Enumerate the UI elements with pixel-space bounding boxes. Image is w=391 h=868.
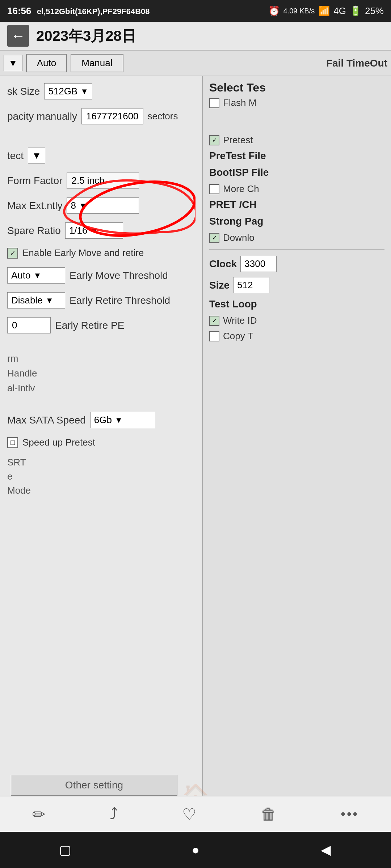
early-move-threshold-dropdown[interactable]: Auto ▼ <box>7 267 65 284</box>
pretest-checkbox[interactable]: ✓ <box>209 135 219 145</box>
flash-m-label: Flash M <box>223 97 256 109</box>
more-options-icon[interactable]: ••• <box>341 807 359 822</box>
write-id-checkbox[interactable]: ✓ <box>209 316 219 326</box>
network-icon: 📶 <box>318 5 330 17</box>
flash-m-checkbox[interactable] <box>209 98 219 108</box>
more-ch-label: More Ch <box>223 183 259 195</box>
recent-apps-button[interactable]: ▢ <box>54 839 76 861</box>
download-label: Downlo <box>223 232 255 243</box>
max-sata-speed-row: Max SATA Speed 6Gb ▼ <box>7 412 195 428</box>
max-ext-row: Max Ext.ntly 8 ▼ <box>7 197 195 214</box>
back-system-button[interactable]: ◀ <box>315 839 337 861</box>
fail-timeout-label: Fail TimeOut <box>326 58 387 69</box>
max-ext-dropdown[interactable]: 8 ▼ <box>67 197 139 214</box>
alarm-icon: ⏰ <box>268 5 280 17</box>
speed-up-pretest-label: Speed up Pretest <box>22 437 95 448</box>
disk-size-value: 512GB <box>48 86 77 97</box>
write-id-row: ✓ Write ID <box>209 315 384 326</box>
disk-size-row: sk Size 512GB ▼ <box>7 83 195 99</box>
detect-dropdown-arrow-icon: ▼ <box>32 150 41 161</box>
capacity-row: pacity manually 1677721600 sectors <box>7 108 195 124</box>
status-time: 16:56 <box>7 5 31 16</box>
early-retire-pe-row: 0 Early Retire PE <box>7 317 195 333</box>
rm-label: rm <box>7 353 195 364</box>
al-intlv-label: al-Intlv <box>7 383 195 394</box>
size-input[interactable]: 512 <box>233 277 269 293</box>
system-nav-bar: ▢ ● ◀ <box>0 832 391 868</box>
max-sata-speed-arrow-icon: ▼ <box>115 416 123 425</box>
other-setting-area: Other setting <box>11 775 177 796</box>
max-ext-label: Max Ext.ntly <box>7 200 62 212</box>
form-factor-label: Form Factor <box>7 175 62 187</box>
early-retire-pe-label: Early Retire PE <box>55 320 124 331</box>
enable-early-move-row: ✓ Enable Early Move and retire <box>7 247 195 259</box>
early-retire-threshold-arrow-icon: ▼ <box>46 296 54 305</box>
detect-label: tect <box>7 150 24 162</box>
spare-ratio-dropdown[interactable]: 1/16 ▼ <box>65 222 123 239</box>
home-button[interactable]: ● <box>185 839 206 861</box>
delete-icon[interactable]: 🗑 <box>261 805 277 823</box>
status-icons: ⏰ 4.09 KB/s 📶 4G 🔋 25% <box>268 5 384 17</box>
pret-ch-row: PRET /CH <box>209 199 384 210</box>
status-battery: 25% <box>365 5 384 17</box>
max-ext-arrow-icon: ▼ <box>79 201 87 210</box>
size-label: Size <box>209 280 230 291</box>
early-retire-threshold-row: Disable ▼ Early Retire Threshold <box>7 292 195 309</box>
early-retire-pe-input[interactable]: 0 <box>7 317 51 333</box>
mode-dropdown[interactable]: ▼ <box>4 55 22 71</box>
mode-label: Mode <box>7 485 195 496</box>
early-move-threshold-arrow-icon: ▼ <box>34 271 42 280</box>
select-test-title: Select Tes <box>209 81 384 94</box>
capacity-input[interactable]: 1677721600 <box>81 108 143 124</box>
pret-ch-label: PRET /CH <box>209 199 257 210</box>
page-title: 2023年3月28日 <box>36 26 136 46</box>
early-retire-threshold-dropdown[interactable]: Disable ▼ <box>7 292 65 309</box>
status-bar: 16:56 el,512Gbit(16KP),PF29F64B08 ⏰ 4.09… <box>0 0 391 22</box>
detect-dropdown[interactable]: ▼ <box>28 148 45 164</box>
copy-t-checkbox[interactable] <box>209 331 219 341</box>
form-factor-input[interactable]: 2.5 inch <box>67 173 139 189</box>
status-time-info: 16:56 el,512Gbit(16KP),PF29F64B08 <box>7 5 150 17</box>
clock-label: Clock <box>209 258 237 270</box>
right-panel: Select Tes Flash M ✓ Pretest PreTest Fil… <box>203 76 391 810</box>
clock-row: Clock 3300 <box>209 256 384 272</box>
manual-button[interactable]: Manual <box>71 54 123 72</box>
enable-early-move-checkbox[interactable]: ✓ <box>7 248 18 259</box>
spare-ratio-label: Spare Ratio <box>7 225 61 237</box>
more-ch-row: More Ch <box>209 183 384 195</box>
download-checkbox[interactable]: ✓ <box>209 233 219 243</box>
back-button[interactable]: ← <box>7 25 29 47</box>
edit-icon[interactable]: ✏ <box>32 805 46 824</box>
header-bar: ← 2023年3月28日 <box>0 22 391 51</box>
flash-m-row: Flash M <box>209 97 384 109</box>
share-icon[interactable]: ⤴ <box>110 805 118 823</box>
disk-size-dropdown[interactable]: 512GB ▼ <box>44 83 92 99</box>
bottom-nav: ✏ ⤴ ♡ 🗑 ••• <box>0 796 391 832</box>
pretest-row: ✓ Pretest <box>209 135 384 146</box>
strong-pag-label: Strong Pag <box>209 216 384 227</box>
status-info: el,512Gbit(16KP),PF29F64B08 <box>37 7 150 16</box>
disk-size-label: sk Size <box>7 86 40 97</box>
max-sata-speed-dropdown[interactable]: 6Gb ▼ <box>90 412 155 428</box>
form-factor-section: Form Factor 2.5 inch Max Ext.ntly 8 ▼ <box>7 173 195 214</box>
test-loop-label: Test Loop <box>209 298 384 310</box>
speed-up-pretest-row: □ Speed up Pretest <box>7 437 195 448</box>
other-setting-button[interactable]: Other setting <box>11 775 177 796</box>
speed-up-pretest-checkbox[interactable]: □ <box>7 437 18 448</box>
clock-input[interactable]: 3300 <box>240 256 277 272</box>
divider-1 <box>209 249 384 250</box>
more-ch-checkbox[interactable] <box>209 184 219 194</box>
heart-icon[interactable]: ♡ <box>182 805 196 824</box>
auto-button[interactable]: Auto <box>26 54 67 72</box>
dropdown-arrow-icon: ▼ <box>8 58 18 69</box>
pretest-label: Pretest <box>223 135 253 146</box>
srt-label: SRT <box>7 457 195 468</box>
mode-row: ▼ Auto Manual Fail TimeOut <box>0 51 391 76</box>
capacity-unit: sectors <box>148 111 178 122</box>
copy-t-row: Copy T <box>209 331 384 342</box>
e-label: e <box>7 471 195 482</box>
early-move-threshold-label: Early Move Threshold <box>70 270 168 281</box>
size-row: Size 512 <box>209 277 384 293</box>
write-id-label: Write ID <box>223 315 257 326</box>
status-signal: 4G <box>333 5 346 17</box>
